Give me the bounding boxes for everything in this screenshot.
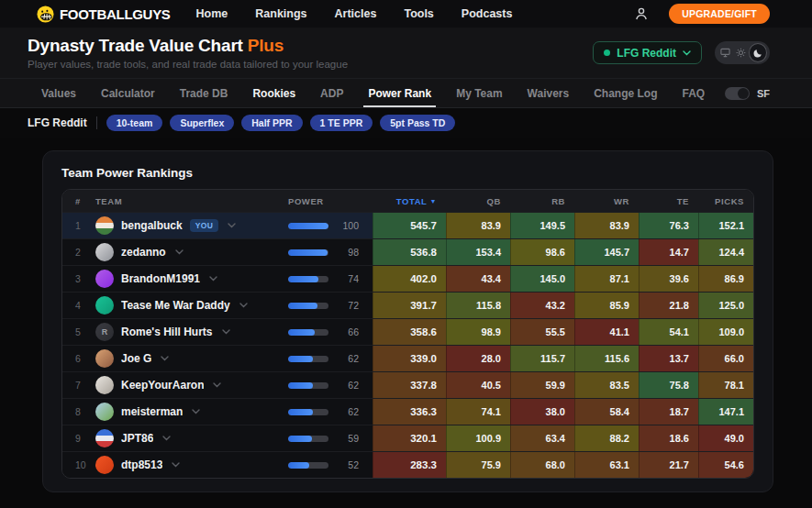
nav-link-articles[interactable]: Articles	[335, 7, 377, 20]
rb-value-cell: 68.0	[510, 452, 574, 478]
total-value-cell: 336.3	[373, 399, 446, 425]
row-expand-chevron-icon[interactable]	[175, 249, 184, 255]
sf-toggle[interactable]: SF	[725, 79, 770, 107]
power-bar-fill	[288, 462, 309, 469]
filter-pill-half-ppr[interactable]: Half PPR	[241, 115, 302, 131]
column-header-picks[interactable]: PICKS	[698, 190, 753, 212]
team-avatar: R	[95, 323, 114, 341]
rank-number: 1	[62, 220, 95, 231]
league-selector[interactable]: LFG Reddit	[593, 41, 702, 64]
filter-pill-superflex[interactable]: Superflex	[170, 115, 234, 131]
tab-values[interactable]: Values	[41, 79, 76, 107]
filter-pill-1-te-ppr[interactable]: 1 TE PPR	[310, 115, 373, 131]
team-cell: zedanno	[95, 243, 288, 261]
tab-waivers[interactable]: Waivers	[528, 79, 570, 107]
row-expand-chevron-icon[interactable]	[192, 409, 200, 414]
tab-trade-db[interactable]: Trade DB	[180, 79, 228, 107]
tab-power-rank[interactable]: Power Rank	[368, 79, 431, 107]
table-row-dtp8513[interactable]: 10dtp851352283.375.968.063.121.754.6	[62, 451, 753, 478]
column-header-rank[interactable]: #	[62, 196, 95, 206]
row-expand-chevron-icon[interactable]	[213, 382, 221, 388]
nav-link-rankings[interactable]: Rankings	[255, 7, 306, 20]
upgrade-gift-button[interactable]: UPGRADE/GIFT	[669, 4, 770, 24]
column-header-total[interactable]: TOTAL▼	[373, 190, 446, 212]
row-expand-chevron-icon[interactable]	[228, 223, 236, 228]
section-tabbar: ValuesCalculatorTrade DBRookiesADPPower …	[0, 78, 812, 108]
tab-rookies[interactable]: Rookies	[252, 79, 295, 107]
table-row-rome-s-hill-hurts[interactable]: 5RRome's Hill Hurts66358.698.955.541.154…	[62, 318, 753, 345]
team-avatar	[95, 456, 114, 474]
column-header-qb[interactable]: QB	[446, 190, 510, 212]
power-bar-track	[288, 303, 328, 309]
rb-value-cell: 149.5	[510, 213, 574, 238]
sf-switch-track[interactable]	[725, 87, 750, 100]
nav-link-podcasts[interactable]: Podcasts	[462, 7, 513, 20]
nav-link-tools[interactable]: Tools	[404, 7, 433, 20]
table-row-brandonm1991[interactable]: 3BrandonM199174402.043.4145.087.139.686.…	[62, 265, 753, 292]
te-value-cell: 18.6	[639, 425, 698, 451]
rank-number: 10	[62, 459, 95, 470]
team-cell: bengalbuckYOU	[95, 216, 288, 235]
sf-switch-knob	[738, 88, 749, 99]
power-bar-track	[288, 436, 328, 442]
total-value-cell: 545.7	[373, 213, 446, 238]
main-nav: HomeRankingsArticlesToolsPodcasts	[196, 7, 513, 20]
card-title: Team Power Rankings	[61, 166, 754, 180]
table-row-meisterman[interactable]: 8meisterman62336.374.138.058.418.7147.1	[62, 398, 753, 425]
power-bar-fill	[288, 329, 315, 336]
rank-number: 7	[62, 380, 95, 391]
dark-theme-moon-icon[interactable]	[749, 43, 767, 62]
table-row-joe-g[interactable]: 6Joe G62339.028.0115.7115.613.766.0	[62, 345, 753, 371]
column-header-power[interactable]: POWER	[288, 196, 373, 206]
row-expand-chevron-icon[interactable]	[162, 436, 171, 441]
column-header-wr[interactable]: WR	[574, 190, 639, 212]
team-name: KeepYourAaron	[121, 379, 204, 392]
row-expand-chevron-icon[interactable]	[222, 329, 230, 335]
section-tabs: ValuesCalculatorTrade DBRookiesADPPower …	[41, 79, 705, 107]
row-expand-chevron-icon[interactable]	[209, 276, 217, 282]
table-row-tease-me-war-daddy[interactable]: 4Tease Me War Daddy72391.7115.843.285.92…	[62, 292, 753, 318]
row-expand-chevron-icon[interactable]	[161, 356, 169, 361]
power-cell: 52	[288, 459, 373, 470]
qb-value-cell: 153.4	[446, 239, 510, 265]
table-header-row: # TEAM POWER TOTAL▼QBRBWRTEPICKS	[62, 190, 753, 212]
power-cell: 100	[288, 220, 373, 231]
table-row-jpt86[interactable]: 9JPT8659320.1100.963.488.218.649.0	[62, 425, 753, 451]
tab-calculator[interactable]: Calculator	[101, 79, 155, 107]
brand-name: FOOTBALLGUYS	[60, 6, 171, 22]
rb-value-cell: 55.5	[510, 319, 574, 345]
nav-link-home[interactable]: Home	[196, 7, 228, 20]
brand-logo[interactable]: FOOTBALLGUYS	[37, 6, 171, 23]
wr-value-cell: 88.2	[574, 425, 639, 451]
filter-pill-10-team[interactable]: 10-team	[106, 115, 163, 131]
tab-faq[interactable]: FAQ	[683, 79, 706, 107]
team-name: JPT86	[121, 432, 153, 445]
column-header-team[interactable]: TEAM	[95, 196, 288, 206]
rb-value-cell: 98.6	[510, 239, 574, 265]
wr-value-cell: 63.1	[574, 452, 639, 478]
light-theme-sun-icon[interactable]	[733, 45, 749, 61]
column-header-te[interactable]: TE	[639, 190, 698, 212]
team-name: bengalbuck	[121, 219, 183, 232]
column-header-rb[interactable]: RB	[510, 190, 574, 212]
power-cell: 62	[288, 353, 373, 364]
te-value-cell: 21.7	[639, 452, 698, 478]
filter-pill-5pt-pass-td[interactable]: 5pt Pass TD	[380, 115, 455, 131]
row-expand-chevron-icon[interactable]	[172, 462, 180, 468]
total-value-cell: 337.8	[373, 372, 446, 398]
plus-badge: Plus	[248, 36, 284, 55]
wr-value-cell: 83.9	[574, 213, 639, 238]
rank-number: 5	[62, 326, 95, 337]
footballguys-smiley-icon	[37, 6, 54, 23]
tab-adp[interactable]: ADP	[320, 79, 343, 107]
table-row-bengalbuck[interactable]: 1bengalbuckYOU100545.783.9149.583.976.31…	[62, 212, 753, 238]
power-cell: 62	[288, 406, 373, 417]
user-account-icon[interactable]	[634, 6, 649, 21]
table-row-keepyouraaron[interactable]: 7KeepYourAaron62337.840.559.983.575.878.…	[62, 371, 753, 398]
tab-change-log[interactable]: Change Log	[594, 79, 657, 107]
table-row-zedanno[interactable]: 2zedanno98536.8153.498.6145.714.7124.4	[62, 238, 753, 265]
tab-my-team[interactable]: My Team	[456, 79, 502, 107]
chevron-down-icon	[683, 50, 691, 56]
row-expand-chevron-icon[interactable]	[239, 303, 248, 308]
system-theme-icon[interactable]	[717, 45, 733, 61]
